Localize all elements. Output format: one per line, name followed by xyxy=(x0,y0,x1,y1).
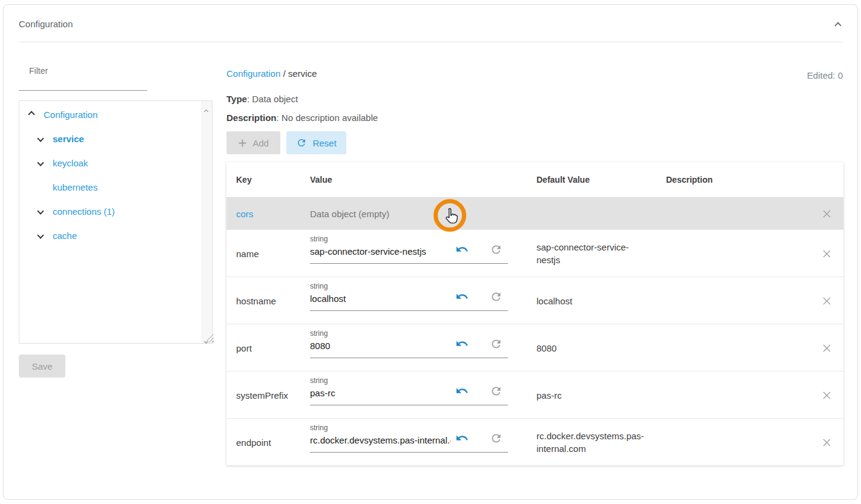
row-value-cell: string xyxy=(310,371,536,419)
table-row: hostname string localhost xyxy=(226,277,843,324)
page-title: Configuration xyxy=(19,19,73,29)
tree-item[interactable]: keycloak xyxy=(19,151,202,175)
row-key: hostname xyxy=(226,296,310,306)
value-input[interactable] xyxy=(310,433,450,447)
row-default-value: sap-connector-service-nestjs xyxy=(536,241,666,266)
tree-item-label[interactable]: Configuration xyxy=(44,110,97,120)
edited-count: Edited: 0 xyxy=(807,70,843,80)
refresh-icon[interactable] xyxy=(488,336,504,352)
value-type-label: string xyxy=(310,235,328,243)
description-value: : No description available xyxy=(277,113,378,123)
collapse-panel-button[interactable] xyxy=(833,19,844,30)
configuration-page: Configuration Filter Configuration servi… xyxy=(0,0,861,504)
config-tree-panel: Configuration service keycloak kubernete… xyxy=(19,100,213,344)
undo-icon[interactable] xyxy=(454,241,470,257)
tree-item-label[interactable]: service xyxy=(53,134,84,144)
undo-icon[interactable] xyxy=(454,336,470,352)
tree-item[interactable]: connections (1) xyxy=(19,199,202,223)
tree-item-label[interactable]: kubernetes xyxy=(53,182,97,192)
tree-item[interactable]: cache xyxy=(19,223,202,247)
type-value: : Data object xyxy=(247,94,298,104)
tree-item[interactable]: Configuration xyxy=(19,102,202,126)
description-label: Description xyxy=(226,113,277,123)
input-underline xyxy=(310,358,508,358)
tree-item-label[interactable]: cache xyxy=(53,231,77,241)
scroll-up-icon[interactable] xyxy=(205,105,209,110)
header-default-value: Default Value xyxy=(536,175,666,185)
value-type-label: string xyxy=(310,376,328,385)
chevron-up-icon[interactable] xyxy=(27,110,36,119)
chevron-down-icon[interactable] xyxy=(36,206,45,216)
table-row-cors[interactable]: cors Data object (empty) xyxy=(226,198,843,229)
chevron-down-icon[interactable] xyxy=(36,158,45,168)
tree-item-label[interactable]: connections (1) xyxy=(53,206,115,217)
row-default-value: rc.docker.devsystems.pas-internal.com xyxy=(536,430,666,455)
table-row: systemPrefix string pas-rc xyxy=(226,371,843,418)
breadcrumb-separator: / xyxy=(283,68,285,79)
refresh-icon xyxy=(296,137,307,148)
description-line: Description: No description available xyxy=(226,113,378,123)
delete-icon[interactable] xyxy=(820,342,833,354)
filter-input[interactable] xyxy=(19,76,147,91)
tree-scrollbar[interactable] xyxy=(202,101,212,343)
type-label: Type xyxy=(226,94,247,104)
input-underline xyxy=(310,310,508,311)
row-key: endpoint xyxy=(226,437,310,448)
input-underline xyxy=(310,405,508,405)
delete-icon[interactable] xyxy=(820,247,833,260)
add-button-label: Add xyxy=(252,138,269,148)
row-key: port xyxy=(226,343,310,353)
value-input[interactable] xyxy=(310,244,450,258)
refresh-icon[interactable] xyxy=(488,289,504,304)
value-input[interactable] xyxy=(310,292,450,305)
breadcrumb-parent-link[interactable]: Configuration xyxy=(226,68,280,79)
save-button[interactable]: Save xyxy=(19,355,65,378)
tree-item[interactable]: kubernetes xyxy=(19,175,202,199)
row-key: name xyxy=(226,249,310,259)
input-underline xyxy=(310,452,508,453)
delete-icon[interactable] xyxy=(820,389,833,401)
table-header-row: Key Value Default Value Description xyxy=(226,162,843,198)
chevron-down-icon[interactable] xyxy=(36,134,45,143)
chevron-up-icon xyxy=(834,22,841,28)
add-button[interactable]: Add xyxy=(226,131,280,154)
row-key-link[interactable]: cors xyxy=(236,209,253,219)
row-default-value: pas-rc xyxy=(536,389,666,402)
value-input[interactable] xyxy=(310,386,450,399)
filter-label: Filter xyxy=(29,66,48,76)
delete-icon[interactable] xyxy=(820,208,833,220)
refresh-icon[interactable] xyxy=(488,430,504,446)
row-default-value: localhost xyxy=(536,295,666,307)
undo-icon[interactable] xyxy=(454,289,470,304)
value-input[interactable] xyxy=(310,339,450,352)
delete-icon[interactable] xyxy=(820,436,833,448)
undo-icon[interactable] xyxy=(454,383,470,399)
header-description: Description xyxy=(666,175,810,185)
value-type-label: string xyxy=(310,282,328,290)
row-value-cell: string xyxy=(310,277,536,324)
configuration-card: Configuration Filter Configuration servi… xyxy=(3,4,858,500)
input-underline xyxy=(310,263,508,264)
row-value-cell: string xyxy=(310,419,536,466)
value-type-label: string xyxy=(310,329,328,338)
plus-icon xyxy=(238,139,247,148)
properties-table: Key Value Default Value Description cors… xyxy=(226,162,843,465)
row-value-cell: string xyxy=(310,324,536,371)
value-type-label: string xyxy=(310,424,328,432)
breadcrumb: Configuration / service xyxy=(226,68,317,79)
type-line: Type: Data object xyxy=(226,94,298,104)
row-default-value: 8080 xyxy=(536,342,666,355)
chevron-down-icon[interactable] xyxy=(36,231,45,240)
tree-item-label[interactable]: keycloak xyxy=(53,158,88,168)
tree-item[interactable]: service xyxy=(19,126,202,151)
reset-button[interactable]: Reset xyxy=(286,131,346,154)
row-value-cell: string xyxy=(310,230,536,277)
delete-icon[interactable] xyxy=(820,295,833,307)
refresh-icon[interactable] xyxy=(488,383,504,399)
table-row: endpoint string rc.docker.devsystems.pas… xyxy=(226,418,843,465)
refresh-icon[interactable] xyxy=(488,241,504,257)
reset-button-label: Reset xyxy=(312,138,336,148)
undo-icon[interactable] xyxy=(454,430,470,446)
table-row: port string 8080 xyxy=(226,324,843,371)
row-key: systemPrefix xyxy=(226,390,310,401)
